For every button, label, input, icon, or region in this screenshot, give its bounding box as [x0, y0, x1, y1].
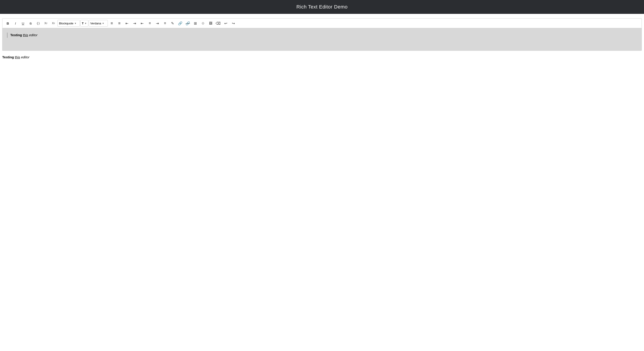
title-bar: Rich Text Editor Demo — [0, 0, 644, 14]
editor-italic-text: editor — [28, 33, 38, 37]
editor-container: B I U S {} X2 X2 Blockquote ▼ T ▼ Verdan… — [2, 18, 642, 51]
page-title: Rich Text Editor Demo — [296, 4, 348, 10]
indent-decrease-button[interactable]: ⇤ — [124, 20, 130, 26]
subscript-button[interactable]: X2 — [50, 20, 57, 26]
table-button[interactable]: ⊞ — [192, 20, 199, 26]
output-text: Testing this editor — [2, 55, 29, 59]
editor-link-text[interactable]: this — [23, 33, 28, 37]
bold-button[interactable]: B — [4, 20, 12, 26]
font-select[interactable]: Verdana ▼ — [89, 20, 108, 26]
link-button[interactable]: 🔗 — [177, 20, 184, 26]
underline-button[interactable]: U — [20, 20, 26, 26]
highlight-button[interactable]: ✎ — [169, 20, 176, 26]
superscript-button[interactable]: X2 — [42, 20, 50, 26]
blockquote-arrow-icon: ▼ — [74, 22, 76, 24]
font-arrow-icon: ▼ — [102, 22, 104, 24]
font-label: Verdana — [90, 22, 101, 25]
clear-format-button[interactable]: ⌫ — [215, 20, 222, 26]
text-format-label: T — [82, 22, 84, 25]
image-button[interactable]: 🖼 — [207, 20, 214, 26]
emoji-button[interactable]: ☺ — [200, 20, 206, 26]
output-link-text[interactable]: this — [15, 55, 20, 59]
numbered-list-button[interactable]: ≡ — [116, 20, 123, 26]
text-format-arrow-icon: ▼ — [84, 22, 87, 24]
text-format-select[interactable]: T ▼ — [80, 20, 88, 26]
align-justify-button[interactable]: ≡ — [162, 20, 168, 26]
code-button[interactable]: {} — [35, 20, 42, 26]
strikethrough-button[interactable]: S — [27, 20, 34, 26]
blockquote-select[interactable]: Blockquote ▼ — [58, 20, 80, 26]
editor-text[interactable]: Testing this editor — [7, 33, 637, 38]
align-right-button[interactable]: ⇥ — [154, 20, 161, 26]
toolbar: B I U S {} X2 X2 Blockquote ▼ T ▼ Verdan… — [2, 18, 642, 28]
editor-content-area[interactable]: Testing this editor — [2, 28, 642, 50]
align-center-button[interactable]: ≡ — [146, 20, 154, 26]
blockquote-label: Blockquote — [59, 22, 73, 25]
output-area: Testing this editor — [0, 53, 644, 61]
indent-increase-button[interactable]: ⇥ — [131, 20, 138, 26]
output-italic-text: editor — [20, 55, 30, 59]
italic-button[interactable]: I — [12, 20, 19, 26]
undo-button[interactable]: ↩ — [222, 20, 230, 26]
output-bold-text: Testing — [2, 55, 14, 59]
bullet-list-button[interactable]: ≡ — [108, 20, 116, 26]
unlink-button[interactable]: 🔗 — [184, 20, 192, 26]
editor-bold-text: Testing — [10, 33, 22, 37]
redo-button[interactable]: ↪ — [230, 20, 237, 26]
align-left-button[interactable]: ⇤ — [139, 20, 146, 26]
